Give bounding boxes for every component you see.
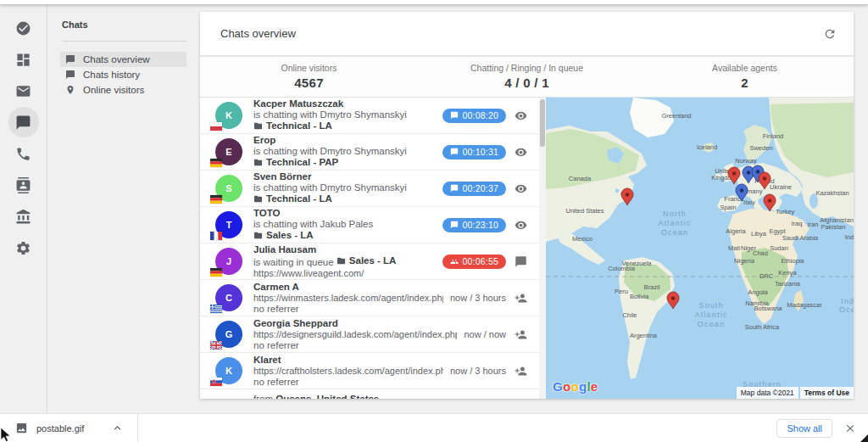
map-label: Mexico bbox=[572, 235, 593, 243]
chat-info: Eropis chatting with Dmytro ShymanskyiTe… bbox=[253, 135, 436, 170]
avatar: E bbox=[215, 138, 242, 165]
refresh-icon[interactable] bbox=[823, 27, 837, 41]
chat-info: TOTOis chatting with Jakub PalesSales - … bbox=[253, 208, 436, 243]
sidebar-item-mail[interactable] bbox=[8, 76, 39, 106]
person-add-icon[interactable] bbox=[515, 328, 527, 341]
scrollbar-thumb[interactable] bbox=[540, 99, 545, 147]
mail-icon bbox=[15, 83, 31, 99]
sidebar-item-tickets[interactable] bbox=[8, 13, 39, 43]
visitor-name: TOTO bbox=[253, 208, 436, 219]
sidebar-item-calls[interactable] bbox=[8, 138, 39, 169]
menu-item-chats-overview[interactable]: Chats overview bbox=[60, 52, 186, 67]
timer-value: 00:20:37 bbox=[463, 183, 498, 193]
downloads-divider bbox=[137, 414, 138, 442]
chat-list-item[interactable]: EEropis chatting with Dmytro ShymanskyiT… bbox=[200, 134, 539, 171]
cursor-fragment bbox=[860, 434, 868, 442]
menu-item-label: Chats overview bbox=[83, 54, 150, 64]
person-add-icon[interactable] bbox=[515, 365, 527, 378]
chat-list-item[interactable]: GGeorgia Sheppardhttps://designersguild.… bbox=[200, 316, 539, 353]
visitor-name: Kacper Matuszczak bbox=[253, 98, 436, 109]
chat-list-item[interactable]: CCarmen Ahttps://winmasters.ladesk.com/a… bbox=[200, 280, 539, 316]
avatar: K bbox=[215, 102, 242, 129]
close-icon[interactable] bbox=[844, 422, 856, 434]
person-add-icon[interactable] bbox=[515, 292, 527, 305]
map-label: Finland bbox=[763, 132, 784, 140]
flag-sk-icon bbox=[210, 378, 222, 386]
chats-icon bbox=[15, 115, 31, 131]
chat-icon[interactable] bbox=[515, 255, 527, 268]
sidebar-item-company[interactable] bbox=[8, 201, 39, 232]
menu-title: Chats bbox=[60, 20, 200, 30]
sidebar-item-dashboard[interactable] bbox=[8, 44, 39, 75]
sidebar-item-settings[interactable] bbox=[8, 232, 39, 263]
tickets-icon bbox=[15, 20, 31, 36]
ocean-label: Atlantic bbox=[658, 219, 691, 227]
eye-icon[interactable] bbox=[515, 146, 527, 159]
avatar: T bbox=[215, 211, 242, 238]
visit-duration: now / 3 hours bbox=[450, 293, 506, 303]
sidebar-item-contacts[interactable] bbox=[8, 170, 39, 200]
stat-value: 4567 bbox=[294, 76, 324, 90]
avatar: K bbox=[215, 357, 242, 384]
chat-info: Carmen Ahttps://winmasters.ladesk.com/ag… bbox=[253, 282, 443, 315]
map-label: Mali bbox=[728, 244, 740, 252]
flag-gr-icon bbox=[210, 305, 222, 313]
map-label: Iraq bbox=[792, 220, 803, 227]
map-label: Sweden bbox=[749, 144, 772, 152]
chat-icon bbox=[450, 221, 459, 229]
map-label: Tanzania bbox=[775, 280, 801, 288]
map-label: Ethiopia bbox=[781, 257, 804, 265]
department-tag: Sales - LA bbox=[337, 255, 397, 266]
avatar: C bbox=[215, 284, 242, 311]
show-all-button[interactable]: Show all bbox=[776, 419, 832, 438]
visitor-name: Julia Hausam bbox=[253, 244, 436, 255]
eye-icon[interactable] bbox=[515, 182, 527, 195]
chat-list-item[interactable]: KKacper Matuszczakis chatting with Dmytr… bbox=[200, 98, 539, 134]
chat-list-item[interactable]: TTOTOis chatting with Jakub PalesSales -… bbox=[200, 207, 539, 243]
mouse-cursor bbox=[0, 428, 12, 442]
visit-duration: now / now bbox=[464, 329, 506, 339]
secondary-sidebar: Chats Chats overviewChats historyOnline … bbox=[48, 4, 200, 413]
menu-item-label: Online visitors bbox=[83, 85, 144, 95]
map-label: Madagascar bbox=[787, 301, 822, 309]
chat-list-item[interactable]: SSven Börneris chatting with Dmytro Shym… bbox=[200, 171, 539, 207]
timer-value: 00:06:55 bbox=[463, 256, 498, 266]
ocean-label: North bbox=[663, 210, 687, 218]
map-label: Chad bbox=[753, 249, 768, 257]
chat-list-item[interactable]: from Queens, United States bbox=[200, 389, 539, 399]
menu-item-chats-history[interactable]: Chats history bbox=[60, 67, 186, 82]
flag-de-icon bbox=[210, 195, 222, 204]
queue-timer-badge: 00:06:55 bbox=[442, 255, 506, 269]
terms-of-use-link[interactable]: Terms of Use bbox=[800, 387, 854, 399]
visitor-url: https://craftholsters.ladesk.com/agent/i… bbox=[253, 366, 443, 377]
menu-item-online-visitors[interactable]: Online visitors bbox=[60, 82, 186, 98]
stat-online-visitors: Online visitors4567 bbox=[200, 56, 418, 97]
map-label: Ukraine bbox=[770, 183, 792, 191]
chat-timer-badge: 00:23:10 bbox=[442, 218, 506, 232]
chat-department: Technical - LA bbox=[253, 120, 436, 133]
sidebar-item-chats[interactable] bbox=[8, 107, 39, 137]
download-filename: postable.gif bbox=[36, 423, 84, 434]
avatar: G bbox=[215, 321, 242, 348]
stat-label: Available agents bbox=[712, 63, 777, 73]
map-data-text: Map data ©2021 bbox=[737, 387, 798, 399]
chat-list-scrollbar[interactable] bbox=[539, 98, 546, 399]
chevron-up-icon[interactable] bbox=[111, 422, 124, 434]
referrer-info: no referrer bbox=[253, 304, 443, 315]
chat-info: Kacper Matuszczakis chatting with Dmytro… bbox=[253, 98, 436, 133]
visitor-name: Sven Börner bbox=[253, 171, 436, 182]
stat-value: 4 / 0 / 1 bbox=[504, 76, 549, 90]
ocean-label: Ocean bbox=[661, 228, 689, 237]
eye-icon[interactable] bbox=[515, 219, 527, 232]
map-label: Libya bbox=[751, 230, 767, 238]
dashboard-icon bbox=[15, 52, 31, 68]
eye-icon[interactable] bbox=[515, 109, 527, 122]
chat-list-item[interactable]: JJulia Hausamis waiting in queue Sales -… bbox=[200, 243, 539, 280]
chats-overview-panel: Chats overview Online visitors4567Chatti… bbox=[200, 12, 854, 399]
chat-list-item[interactable]: KKlarethttps://craftholsters.ladesk.com/… bbox=[200, 353, 539, 389]
download-item[interactable]: postable.gif bbox=[12, 414, 132, 442]
department-tag: Sales - LA bbox=[253, 230, 314, 241]
visitors-map[interactable]: GreenlandIcelandCanadaUnited StatesMexic… bbox=[546, 98, 854, 399]
map-label: Brazil bbox=[644, 283, 660, 291]
map-label: Peru bbox=[615, 288, 628, 295]
